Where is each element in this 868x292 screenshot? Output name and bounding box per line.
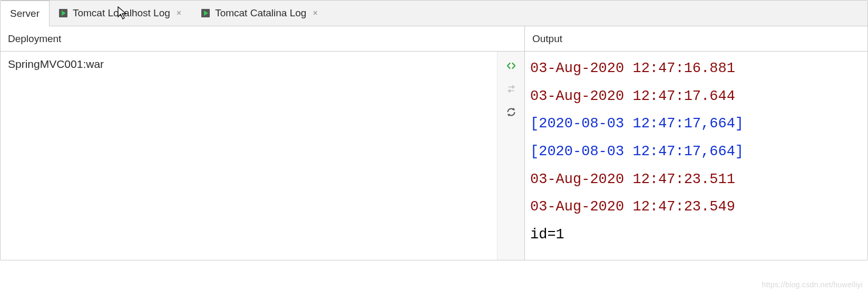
output-title: Output <box>532 33 562 45</box>
undeploy-icon <box>504 82 518 96</box>
tab-catalina-label: Tomcat Catalina Log <box>215 7 306 19</box>
output-log[interactable]: 03-Aug-2020 12:47:16.88103-Aug-2020 12:4… <box>525 52 867 260</box>
log-line: id=1 <box>530 221 862 249</box>
tab-tomcat-catalina-log[interactable]: Tomcat Catalina Log × <box>192 1 328 26</box>
tabstrip: Server Tomcat Localhost Log × Tomcat Cat… <box>1 1 867 26</box>
log-line: [2020-08-03 12:47:17,664] <box>530 138 862 166</box>
deployment-item[interactable]: SpringMVC001:war <box>8 58 490 71</box>
close-icon[interactable]: × <box>175 8 182 18</box>
output-pane: Output 03-Aug-2020 12:47:16.88103-Aug-20… <box>525 26 867 260</box>
tab-server-label: Server <box>10 8 40 19</box>
deployment-pane: Deployment SpringMVC001:war <box>1 26 525 260</box>
log-line: [2020-08-03 12:47:17,664] <box>530 110 862 138</box>
log-line: 03-Aug-2020 12:47:23.511 <box>530 166 862 194</box>
log-line: 03-Aug-2020 12:47:23.549 <box>530 193 862 221</box>
log-line: 03-Aug-2020 12:47:17.644 <box>530 83 862 110</box>
deploy-all-icon[interactable] <box>504 59 518 73</box>
tab-server[interactable]: Server <box>1 1 50 26</box>
run-icon <box>201 9 210 17</box>
run-icon <box>59 9 67 17</box>
output-header: Output <box>525 26 867 52</box>
tab-localhost-label: Tomcat Localhost Log <box>73 7 170 19</box>
watermark: https://blog.csdn.net/huweiliyi <box>762 280 863 289</box>
log-line: 03-Aug-2020 12:47:16.881 <box>530 55 862 83</box>
deployment-header: Deployment <box>1 26 524 52</box>
deployment-toolbar <box>497 52 524 260</box>
deployment-tree[interactable]: SpringMVC001:war <box>1 52 497 260</box>
refresh-icon[interactable] <box>504 105 518 119</box>
deployment-item-label: SpringMVC001:war <box>8 58 104 71</box>
deployment-title: Deployment <box>8 33 61 45</box>
close-icon[interactable]: × <box>311 8 318 18</box>
tab-tomcat-localhost-log[interactable]: Tomcat Localhost Log × <box>50 1 192 26</box>
